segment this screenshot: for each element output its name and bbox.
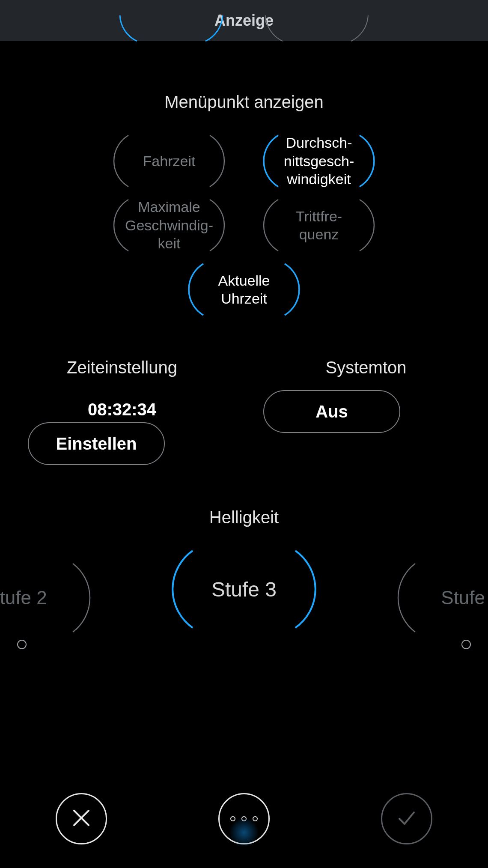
menu-item-fahrzeit[interactable]: Fahrzeit: [107, 127, 231, 195]
content-area: Menüpunkt anzeigen Fahrzeit Durchsch-nit…: [0, 41, 488, 868]
set-time-button[interactable]: Einstellen: [28, 422, 165, 465]
confirm-button[interactable]: [381, 793, 432, 844]
partial-pill-icon: [257, 15, 377, 67]
arc-icon: [163, 542, 325, 636]
close-icon: [71, 807, 92, 830]
pager-dot-icon: [461, 640, 471, 649]
menu-item-durchschnittsgeschwindigkeit[interactable]: Durchsch-nittsgesch-windigkeit: [257, 127, 381, 195]
partial-pill-icon: [111, 15, 231, 67]
menu-section-title: Menüpunkt anzeigen: [0, 92, 488, 112]
menu-item-maximale-geschwindigkeit[interactable]: MaximaleGeschwindig-keit: [107, 191, 231, 260]
brightness-carousel[interactable]: Stufe 2 Stufe 3 Stufe 4: [0, 542, 488, 653]
menu-item-aktuelle-uhrzeit[interactable]: AktuelleUhrzeit: [182, 255, 306, 324]
brightness-title: Helligkeit: [0, 508, 488, 527]
button-label: Aus: [315, 402, 348, 421]
cancel-button[interactable]: [56, 793, 107, 844]
brightness-option-prev[interactable]: Stufe 2: [0, 551, 98, 645]
brightness-option-next[interactable]: Stufe 4: [390, 551, 488, 645]
time-value: 08:32:34: [0, 400, 244, 419]
partial-row-top: [0, 15, 488, 67]
system-sound-title: Systemton: [244, 358, 488, 377]
menu-items-grid: Fahrzeit Durchsch-nittsgesch-windigkeit …: [0, 127, 488, 324]
system-sound-button[interactable]: Aus: [263, 390, 400, 433]
button-label: Einstellen: [56, 434, 137, 453]
arc-icon: [390, 551, 488, 645]
brightness-option-current[interactable]: Stufe 3: [163, 542, 325, 636]
bottom-nav: [0, 770, 488, 868]
menu-item-trittfrequenz[interactable]: Trittfre-quenz: [257, 191, 381, 260]
time-setting-title: Zeiteinstellung: [0, 358, 244, 377]
arc-icon: [0, 551, 98, 645]
glow-icon: [229, 817, 259, 847]
pager-dot-icon: [17, 640, 27, 649]
check-icon: [396, 807, 417, 830]
menu-button[interactable]: [218, 793, 270, 844]
